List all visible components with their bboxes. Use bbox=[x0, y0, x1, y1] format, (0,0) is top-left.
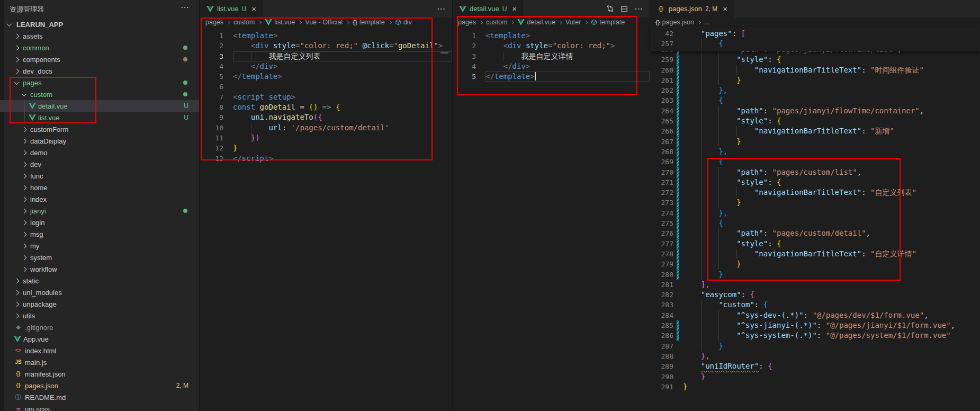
breadcrumb-item[interactable]: {}template bbox=[353, 19, 385, 26]
code-editor[interactable]: 258"path": "pages/jianyi/flowTime/list",… bbox=[650, 27, 980, 411]
close-icon[interactable]: × bbox=[512, 4, 517, 13]
tree-item-login[interactable]: login bbox=[0, 217, 199, 228]
tree-item-msg[interactable]: msg bbox=[0, 228, 199, 240]
tree-item-dev[interactable]: dev bbox=[0, 158, 199, 170]
tree-item-utils[interactable]: utils bbox=[0, 310, 199, 321]
breadcrumb-item[interactable]: custom bbox=[233, 19, 255, 26]
tree-item-readme.md[interactable]: ⓘREADME.md bbox=[0, 391, 199, 403]
close-icon[interactable]: × bbox=[251, 4, 256, 13]
code-line[interactable]: 270"path": "pages/custom/list", bbox=[650, 167, 980, 177]
code-line[interactable]: 9uni.navigateTo({ bbox=[200, 112, 452, 122]
tree-item-pages.json[interactable]: {}pages.json2, M bbox=[0, 380, 199, 391]
code-line[interactable]: 11}) bbox=[200, 133, 452, 143]
code-editor[interactable]: 1<template>2<div style="color: red;">3我是… bbox=[453, 27, 650, 411]
code-line[interactable]: 3我是自定义列表 bbox=[200, 51, 452, 61]
code-line[interactable]: 2<div style="color: red;" @click="goDeta… bbox=[200, 41, 452, 51]
tree-item-demo[interactable]: demo bbox=[0, 147, 199, 158]
breadcrumb-item[interactable]: div bbox=[395, 19, 412, 26]
tree-item-dev-docs[interactable]: dev_docs bbox=[0, 65, 199, 77]
code-line[interactable]: 2<div style="color: red;"> bbox=[453, 41, 650, 51]
tree-item-uni.scss[interactable]: ≈uni.scss bbox=[0, 403, 199, 411]
breadcrumb-item[interactable]: {}pages.json bbox=[655, 19, 694, 26]
code-line[interactable]: 286"^sys-system-(.*)": "@/pages/system/$… bbox=[650, 330, 980, 341]
code-line[interactable]: 288}, bbox=[650, 351, 980, 361]
code-line[interactable]: 10url: '/pages/custom/detail' bbox=[200, 123, 452, 133]
more-actions-icon[interactable]: ⋯ bbox=[437, 4, 446, 14]
code-line[interactable]: 282"easycom": { bbox=[650, 290, 980, 300]
code-line[interactable]: 266"navigationBarTitleText": "新增" bbox=[650, 126, 980, 136]
code-line[interactable]: 277"style": { bbox=[650, 239, 980, 249]
code-line[interactable]: 273} bbox=[650, 198, 980, 208]
code-line[interactable]: 12} bbox=[200, 143, 452, 153]
code-line[interactable]: 271"style": { bbox=[650, 177, 980, 187]
code-line[interactable]: 1<template> bbox=[200, 31, 452, 41]
breadcrumb-item[interactable]: list.vue bbox=[265, 19, 295, 26]
code-line[interactable]: 284"^sys-dev-(.*)": "@/pages/dev/$1/form… bbox=[650, 310, 980, 320]
code-line[interactable]: 5</template> bbox=[200, 72, 452, 82]
code-line[interactable]: 261} bbox=[650, 75, 980, 85]
tree-item-static[interactable]: static bbox=[0, 275, 199, 287]
sticky-scroll[interactable]: 42"pages": [257{ bbox=[650, 27, 980, 51]
code-line[interactable]: 7<script setup> bbox=[200, 92, 452, 102]
code-line[interactable]: 275{ bbox=[650, 218, 980, 228]
code-line[interactable]: 279} bbox=[650, 259, 980, 269]
tree-item-main.js[interactable]: JSmain.js bbox=[0, 356, 199, 368]
breadcrumb-item[interactable]: custom bbox=[486, 19, 507, 26]
tree-item-assets[interactable]: assets bbox=[0, 30, 199, 42]
breadcrumb-item[interactable]: pages bbox=[458, 19, 476, 26]
code-editor[interactable]: 1<template>2<div style="color: red;" @cl… bbox=[200, 27, 452, 411]
code-line[interactable]: 260"navigationBarTitleText": "时间组件验证" bbox=[650, 65, 980, 75]
tree-item-datadisplay[interactable]: dataDisplay bbox=[0, 135, 199, 147]
code-line[interactable]: 281], bbox=[650, 280, 980, 290]
code-line[interactable]: 259"style": { bbox=[650, 55, 980, 65]
code-line[interactable]: 5</template> bbox=[453, 72, 650, 82]
breadcrumb-item[interactable]: ... bbox=[704, 19, 709, 26]
tree-item-list.vue[interactable]: list.vueU bbox=[0, 112, 199, 123]
code-line[interactable]: 4</div> bbox=[200, 61, 452, 72]
breadcrumb-item[interactable]: template bbox=[591, 19, 625, 26]
tree-item-detail.vue[interactable]: detail.vueU bbox=[0, 100, 199, 112]
tree-item-customform[interactable]: customForm bbox=[0, 123, 199, 135]
code-line[interactable]: 265"style": { bbox=[650, 116, 980, 126]
code-line[interactable]: 285"^sys-jianyi-(.*)": "@/pages/jianyi/$… bbox=[650, 320, 980, 330]
code-line[interactable]: 291} bbox=[650, 382, 980, 392]
code-line[interactable]: 262}, bbox=[650, 85, 980, 95]
tree-item-common[interactable]: common bbox=[0, 42, 199, 53]
code-line[interactable]: 257{ bbox=[650, 39, 980, 49]
tree-item-func[interactable]: func bbox=[0, 170, 199, 182]
code-line[interactable]: 6 bbox=[200, 82, 452, 92]
open-changes-icon[interactable] bbox=[606, 5, 614, 13]
tree-item-home[interactable]: home bbox=[0, 182, 199, 193]
explorer-more-actions-icon[interactable]: ⋯ bbox=[181, 2, 190, 12]
tree-item-index.html[interactable]: <>index.html bbox=[0, 345, 199, 356]
code-line[interactable]: 274}, bbox=[650, 208, 980, 218]
code-line[interactable]: 269{ bbox=[650, 157, 980, 167]
code-line[interactable]: 280} bbox=[650, 270, 980, 280]
code-line[interactable]: 283"custom": { bbox=[650, 300, 980, 310]
split-editor-icon[interactable] bbox=[621, 5, 628, 13]
breadcrumb-item[interactable]: Vuter bbox=[565, 19, 581, 26]
tree-root-learun-app[interactable]: LEARUN_APP bbox=[0, 19, 199, 30]
code-line[interactable]: 8const goDetail = () => { bbox=[200, 102, 452, 112]
tab-detail-vue[interactable]: detail.vueU× bbox=[453, 0, 524, 17]
tree-item-unpackage[interactable]: unpackage bbox=[0, 298, 199, 310]
code-line[interactable]: 276"path": "pages/custom/detail", bbox=[650, 228, 980, 238]
code-line[interactable]: 3我是自定义详情 bbox=[453, 51, 650, 61]
code-line[interactable]: 1<template> bbox=[453, 31, 650, 41]
more-actions-icon[interactable]: ⋯ bbox=[634, 4, 643, 14]
code-line[interactable]: 289"uniIdRouter": { bbox=[650, 361, 980, 371]
code-line[interactable]: 42"pages": [ bbox=[650, 29, 980, 39]
close-icon[interactable]: × bbox=[723, 4, 727, 13]
code-line[interactable]: 268}, bbox=[650, 147, 980, 157]
tree-item-app.vue[interactable]: App.vue bbox=[0, 333, 199, 345]
breadcrumb-item[interactable]: pages bbox=[205, 19, 223, 26]
tree-item-components[interactable]: components bbox=[0, 53, 199, 65]
tree-item-index[interactable]: index bbox=[0, 193, 199, 205]
tree-item-.gitignore[interactable]: ◆.gitignore bbox=[0, 321, 199, 333]
tree-item-pages[interactable]: pages bbox=[0, 77, 199, 88]
tree-item-custom[interactable]: custom bbox=[0, 88, 199, 100]
code-line[interactable]: 263{ bbox=[650, 95, 980, 105]
tab-list-vue[interactable]: list.vueU× bbox=[200, 0, 263, 17]
tree-item-my[interactable]: my bbox=[0, 240, 199, 252]
code-line[interactable]: 267} bbox=[650, 137, 980, 147]
